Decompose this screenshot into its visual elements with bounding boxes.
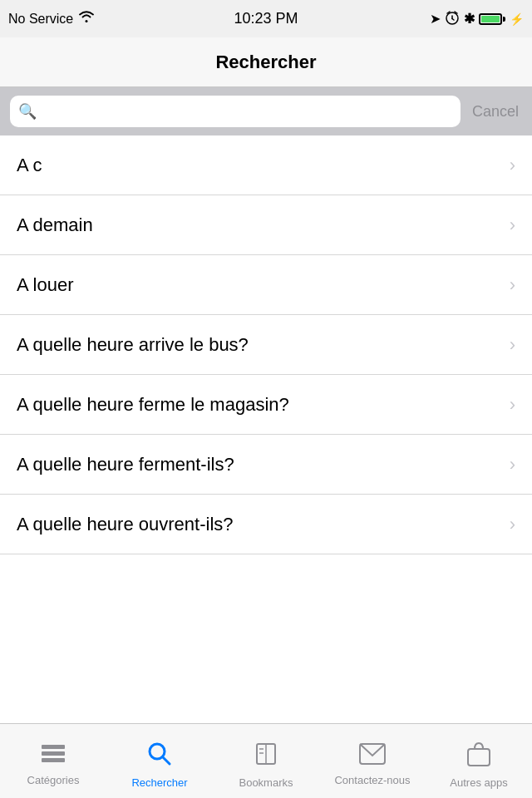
nav-bar: Rechercher	[0, 37, 532, 87]
chevron-icon: ›	[510, 155, 515, 176]
bookmarks-label: Bookmarks	[239, 776, 293, 789]
charging-icon: ⚡	[510, 12, 524, 26]
chevron-icon: ›	[510, 334, 515, 356]
list-item[interactable]: A c ›	[0, 135, 532, 195]
list-item-label: A c	[17, 155, 510, 176]
battery-icon	[479, 13, 505, 25]
chevron-icon: ›	[510, 274, 515, 296]
list-item-label: A demain	[17, 214, 510, 236]
list-item-label: A quelle heure arrive le bus?	[17, 334, 510, 356]
list-item-label: A louer	[17, 274, 510, 296]
svg-rect-7	[42, 758, 65, 762]
tab-bar: Catégories Rechercher Bookmarks Contacte…	[0, 723, 532, 798]
list-item[interactable]: A quelle heure ferment-ils? ›	[0, 435, 532, 495]
status-bar: No Service 10:23 PM ➤ ✱	[0, 0, 532, 37]
carrier-text: No Service	[8, 12, 73, 27]
search-input[interactable]	[43, 103, 452, 120]
svg-rect-5	[42, 745, 65, 749]
tab-bookmarks[interactable]: Bookmarks	[213, 734, 319, 789]
list-item[interactable]: A demain ›	[0, 195, 532, 255]
svg-line-2	[452, 18, 454, 20]
list-item[interactable]: A louer ›	[0, 255, 532, 315]
tab-categories[interactable]: Catégories	[0, 736, 106, 786]
tab-rechercher[interactable]: Rechercher	[106, 734, 213, 789]
list-container: A c › A demain › A louer › A quelle heur…	[0, 135, 532, 723]
rechercher-icon	[146, 741, 173, 773]
wifi-icon	[78, 10, 95, 27]
chevron-icon: ›	[510, 214, 515, 236]
list-item[interactable]: A quelle heure ferme le magasin? ›	[0, 375, 532, 435]
status-time: 10:23 PM	[234, 10, 298, 27]
chevron-icon: ›	[510, 454, 515, 475]
search-input-wrapper[interactable]: 🔍	[10, 96, 461, 127]
page-title: Rechercher	[215, 52, 316, 73]
svg-rect-6	[42, 751, 65, 756]
search-bar: 🔍 Cancel	[0, 87, 532, 135]
categories-label: Catégories	[27, 774, 80, 786]
tab-autres[interactable]: Autres apps	[426, 734, 532, 789]
bookmarks-icon	[253, 741, 279, 773]
contact-label: Contactez-nous	[334, 774, 410, 786]
search-icon: 🔍	[18, 102, 37, 121]
list-item-label: A quelle heure ferme le magasin?	[17, 394, 510, 416]
contact-icon	[359, 743, 386, 771]
bluetooth-icon: ✱	[464, 11, 475, 27]
autres-icon	[466, 741, 491, 773]
svg-line-9	[163, 757, 170, 764]
alarm-icon	[445, 10, 460, 28]
list-item-label: A quelle heure ouvrent-ils?	[17, 514, 510, 535]
autres-label: Autres apps	[450, 776, 507, 789]
list-item-label: A quelle heure ferment-ils?	[17, 454, 510, 475]
chevron-icon: ›	[510, 514, 515, 535]
chevron-icon: ›	[510, 394, 515, 416]
cancel-button[interactable]: Cancel	[469, 103, 522, 121]
tab-contact[interactable]: Contactez-nous	[319, 736, 426, 786]
location-icon: ➤	[430, 11, 441, 27]
rechercher-label: Rechercher	[131, 776, 187, 789]
list-item[interactable]: A quelle heure ouvrent-ils? ›	[0, 495, 532, 554]
categories-icon	[40, 743, 66, 771]
list-item[interactable]: A quelle heure arrive le bus? ›	[0, 315, 532, 375]
svg-rect-15	[468, 749, 490, 766]
